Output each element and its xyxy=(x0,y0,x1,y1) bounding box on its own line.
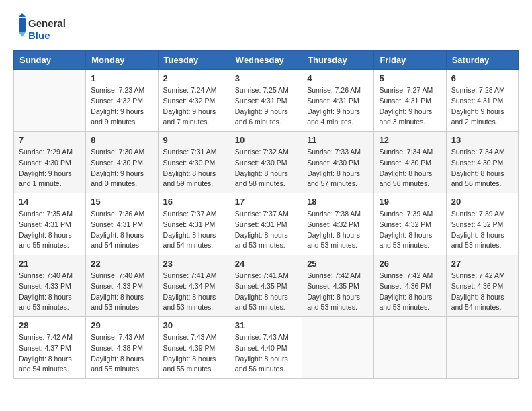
calendar-cell: 31Sunrise: 7:43 AM Sunset: 4:40 PM Dayli… xyxy=(230,317,302,379)
day-info: Sunrise: 7:23 AM Sunset: 4:32 PM Dayligh… xyxy=(91,85,152,128)
calendar-cell: 7Sunrise: 7:29 AM Sunset: 4:30 PM Daylig… xyxy=(14,132,86,193)
day-number: 5 xyxy=(379,73,441,83)
day-number: 7 xyxy=(19,135,81,145)
logo: General Blue xyxy=(13,13,67,44)
calendar-cell: 4Sunrise: 7:26 AM Sunset: 4:31 PM Daylig… xyxy=(302,70,374,132)
column-header-thursday: Thursday xyxy=(302,51,374,70)
calendar-cell: 17Sunrise: 7:37 AM Sunset: 4:31 PM Dayli… xyxy=(230,193,302,255)
calendar-cell: 11Sunrise: 7:33 AM Sunset: 4:30 PM Dayli… xyxy=(302,132,374,193)
day-number: 2 xyxy=(163,73,225,83)
calendar-week-row: 28Sunrise: 7:42 AM Sunset: 4:37 PM Dayli… xyxy=(14,317,519,379)
day-number: 30 xyxy=(163,320,225,330)
day-number: 22 xyxy=(91,259,152,269)
calendar-cell xyxy=(302,317,374,379)
day-info: Sunrise: 7:43 AM Sunset: 4:38 PM Dayligh… xyxy=(91,332,152,375)
day-info: Sunrise: 7:41 AM Sunset: 4:35 PM Dayligh… xyxy=(235,271,297,313)
column-header-wednesday: Wednesday xyxy=(230,51,302,70)
calendar-week-row: 21Sunrise: 7:40 AM Sunset: 4:33 PM Dayli… xyxy=(14,255,519,317)
day-info: Sunrise: 7:37 AM Sunset: 4:31 PM Dayligh… xyxy=(163,209,225,251)
calendar-cell: 25Sunrise: 7:42 AM Sunset: 4:35 PM Dayli… xyxy=(302,255,374,317)
column-header-friday: Friday xyxy=(374,51,446,70)
calendar-cell xyxy=(374,317,446,379)
day-number: 6 xyxy=(451,73,513,83)
logo-wordmark: General Blue xyxy=(13,13,67,44)
calendar-cell: 1Sunrise: 7:23 AM Sunset: 4:32 PM Daylig… xyxy=(86,70,158,132)
calendar-cell xyxy=(446,317,518,379)
day-number: 23 xyxy=(163,259,225,269)
svg-text:Blue: Blue xyxy=(28,30,50,41)
calendar-cell: 10Sunrise: 7:32 AM Sunset: 4:30 PM Dayli… xyxy=(230,132,302,193)
calendar-cell: 13Sunrise: 7:34 AM Sunset: 4:30 PM Dayli… xyxy=(446,132,518,193)
svg-text:General: General xyxy=(28,17,66,29)
calendar-cell: 21Sunrise: 7:40 AM Sunset: 4:33 PM Dayli… xyxy=(14,255,86,317)
day-number: 17 xyxy=(235,197,297,207)
calendar-cell: 6Sunrise: 7:28 AM Sunset: 4:31 PM Daylig… xyxy=(446,70,518,132)
calendar-cell: 24Sunrise: 7:41 AM Sunset: 4:35 PM Dayli… xyxy=(230,255,302,317)
day-info: Sunrise: 7:33 AM Sunset: 4:30 PM Dayligh… xyxy=(307,147,369,189)
day-info: Sunrise: 7:37 AM Sunset: 4:31 PM Dayligh… xyxy=(235,209,297,251)
day-number: 15 xyxy=(91,197,152,207)
calendar-week-row: 7Sunrise: 7:29 AM Sunset: 4:30 PM Daylig… xyxy=(14,132,519,193)
day-number: 11 xyxy=(307,135,369,145)
day-info: Sunrise: 7:39 AM Sunset: 4:32 PM Dayligh… xyxy=(379,209,441,251)
calendar-cell: 26Sunrise: 7:42 AM Sunset: 4:36 PM Dayli… xyxy=(374,255,446,317)
day-info: Sunrise: 7:40 AM Sunset: 4:33 PM Dayligh… xyxy=(19,271,81,313)
calendar-cell: 15Sunrise: 7:36 AM Sunset: 4:31 PM Dayli… xyxy=(86,193,158,255)
calendar-cell: 27Sunrise: 7:42 AM Sunset: 4:36 PM Dayli… xyxy=(446,255,518,317)
calendar-cell: 30Sunrise: 7:43 AM Sunset: 4:39 PM Dayli… xyxy=(158,317,230,379)
day-info: Sunrise: 7:24 AM Sunset: 4:32 PM Dayligh… xyxy=(163,85,225,128)
calendar-cell: 23Sunrise: 7:41 AM Sunset: 4:34 PM Dayli… xyxy=(158,255,230,317)
day-info: Sunrise: 7:43 AM Sunset: 4:39 PM Dayligh… xyxy=(163,332,225,375)
day-info: Sunrise: 7:42 AM Sunset: 4:36 PM Dayligh… xyxy=(379,271,441,313)
column-header-sunday: Sunday xyxy=(14,51,86,70)
day-number: 25 xyxy=(307,259,369,269)
day-number: 21 xyxy=(19,259,81,269)
day-info: Sunrise: 7:30 AM Sunset: 4:30 PM Dayligh… xyxy=(91,147,152,189)
day-number: 26 xyxy=(379,259,441,269)
day-number: 27 xyxy=(451,259,513,269)
day-number: 13 xyxy=(451,135,513,145)
day-number: 20 xyxy=(451,197,513,207)
calendar-cell: 2Sunrise: 7:24 AM Sunset: 4:32 PM Daylig… xyxy=(158,70,230,132)
day-number: 24 xyxy=(235,259,297,269)
day-info: Sunrise: 7:36 AM Sunset: 4:31 PM Dayligh… xyxy=(91,209,152,251)
calendar-week-row: 1Sunrise: 7:23 AM Sunset: 4:32 PM Daylig… xyxy=(14,70,519,132)
day-number: 12 xyxy=(379,135,441,145)
calendar-cell: 8Sunrise: 7:30 AM Sunset: 4:30 PM Daylig… xyxy=(86,132,158,193)
column-header-saturday: Saturday xyxy=(446,51,518,70)
calendar-cell: 19Sunrise: 7:39 AM Sunset: 4:32 PM Dayli… xyxy=(374,193,446,255)
day-number: 29 xyxy=(91,320,152,330)
day-number: 9 xyxy=(163,135,225,145)
logo-svg: General Blue xyxy=(13,13,67,44)
calendar-cell xyxy=(14,70,86,132)
day-info: Sunrise: 7:28 AM Sunset: 4:31 PM Dayligh… xyxy=(451,85,513,128)
calendar-cell: 29Sunrise: 7:43 AM Sunset: 4:38 PM Dayli… xyxy=(86,317,158,379)
svg-marker-2 xyxy=(19,13,26,17)
calendar-cell: 3Sunrise: 7:25 AM Sunset: 4:31 PM Daylig… xyxy=(230,70,302,132)
day-info: Sunrise: 7:26 AM Sunset: 4:31 PM Dayligh… xyxy=(307,85,369,128)
day-info: Sunrise: 7:34 AM Sunset: 4:30 PM Dayligh… xyxy=(379,147,441,189)
day-info: Sunrise: 7:41 AM Sunset: 4:34 PM Dayligh… xyxy=(163,271,225,313)
day-info: Sunrise: 7:29 AM Sunset: 4:30 PM Dayligh… xyxy=(19,147,81,189)
calendar-cell: 12Sunrise: 7:34 AM Sunset: 4:30 PM Dayli… xyxy=(374,132,446,193)
calendar-cell: 5Sunrise: 7:27 AM Sunset: 4:31 PM Daylig… xyxy=(374,70,446,132)
calendar-cell: 18Sunrise: 7:38 AM Sunset: 4:32 PM Dayli… xyxy=(302,193,374,255)
calendar-cell: 20Sunrise: 7:39 AM Sunset: 4:32 PM Dayli… xyxy=(446,193,518,255)
day-info: Sunrise: 7:40 AM Sunset: 4:33 PM Dayligh… xyxy=(91,271,152,313)
svg-rect-3 xyxy=(19,18,26,32)
day-number: 28 xyxy=(19,320,81,330)
day-number: 14 xyxy=(19,197,81,207)
day-info: Sunrise: 7:35 AM Sunset: 4:31 PM Dayligh… xyxy=(19,209,81,251)
calendar-week-row: 14Sunrise: 7:35 AM Sunset: 4:31 PM Dayli… xyxy=(14,193,519,255)
day-info: Sunrise: 7:43 AM Sunset: 4:40 PM Dayligh… xyxy=(235,332,297,375)
calendar-cell: 9Sunrise: 7:31 AM Sunset: 4:30 PM Daylig… xyxy=(158,132,230,193)
day-info: Sunrise: 7:42 AM Sunset: 4:37 PM Dayligh… xyxy=(19,332,81,375)
day-info: Sunrise: 7:31 AM Sunset: 4:30 PM Dayligh… xyxy=(163,147,225,189)
day-number: 16 xyxy=(163,197,225,207)
calendar-header-row: SundayMondayTuesdayWednesdayThursdayFrid… xyxy=(14,51,519,70)
day-info: Sunrise: 7:39 AM Sunset: 4:32 PM Dayligh… xyxy=(451,209,513,251)
calendar-cell: 14Sunrise: 7:35 AM Sunset: 4:31 PM Dayli… xyxy=(14,193,86,255)
day-number: 19 xyxy=(379,197,441,207)
day-info: Sunrise: 7:25 AM Sunset: 4:31 PM Dayligh… xyxy=(235,85,297,128)
calendar-table: SundayMondayTuesdayWednesdayThursdayFrid… xyxy=(13,50,519,379)
